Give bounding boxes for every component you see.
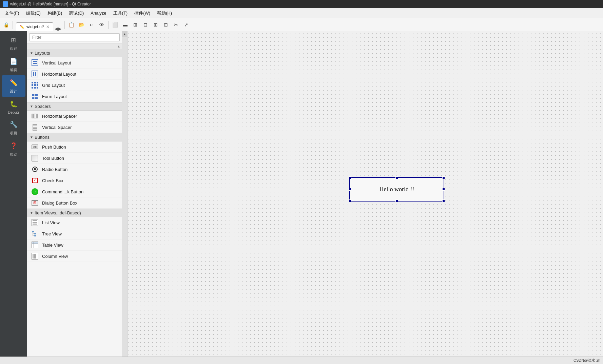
scroll-up-arrow[interactable]: ▲ [117, 44, 120, 48]
handle-middle-left[interactable] [349, 188, 351, 191]
form-back-btn[interactable]: ↩ [87, 20, 96, 30]
layouts-label: Layouts [35, 51, 50, 56]
canvas-area[interactable]: ▲ Hello world !! [122, 31, 603, 357]
tab-widget-ui[interactable]: ✏️ widget.ui* ✕ [16, 22, 53, 31]
bug-icon: 🐛 [9, 99, 18, 109]
lock-btn[interactable]: 🔒 [1, 20, 11, 30]
menu-help[interactable]: 帮助(H) [154, 9, 175, 18]
handle-bottom-center[interactable] [395, 199, 398, 202]
widget-tool-button[interactable]: Tool Button [27, 153, 122, 164]
table-view-label: Table View [42, 243, 63, 248]
sidebar-item-design[interactable]: ✏️ 设计 [2, 75, 25, 97]
menu-build[interactable]: 构建(B) [44, 9, 65, 18]
layout-grid-btn[interactable]: ⊞ [151, 20, 160, 30]
tab-arrows: ◀ ▶ [53, 26, 63, 31]
section-spacers[interactable]: ▼ Spacers [27, 102, 122, 111]
scroll-up-btn[interactable]: ▲ [122, 31, 128, 37]
item-views-arrow: ▼ [30, 211, 33, 215]
tab-arrow-left[interactable]: ◀ [55, 26, 58, 31]
handle-top-right[interactable] [442, 176, 445, 179]
form-new-btn[interactable]: 📋 [66, 20, 76, 30]
filter-input[interactable] [29, 33, 120, 41]
sidebar-item-project[interactable]: 🔧 项目 [2, 117, 25, 138]
form-layout-icon [31, 93, 39, 100]
handle-top-left[interactable] [349, 176, 351, 179]
widget-list-view[interactable]: List View [27, 217, 122, 228]
layout-hbreak-btn[interactable]: ⊞ [131, 20, 140, 30]
item-views-label: Item Views...del-Based) [35, 210, 81, 215]
horizontal-layout-label: Horizontal Layout [42, 72, 76, 77]
form-preview-btn[interactable]: 👁 [97, 20, 106, 30]
layout-break-btn[interactable]: ✂ [171, 20, 181, 30]
sidebar-item-welcome[interactable]: ⊞ 欢迎 [2, 33, 25, 54]
form-open-btn[interactable]: 📂 [77, 20, 86, 30]
horizontal-spacer-icon [31, 112, 39, 120]
widget-horizontal-spacer[interactable]: Horizontal Spacer [27, 111, 122, 122]
sidebar-item-help[interactable]: ❓ 帮助 [2, 138, 25, 160]
tree-view-svg [32, 230, 38, 237]
menu-analyze[interactable]: Analyze [87, 9, 110, 17]
handle-bottom-left[interactable] [349, 199, 351, 202]
status-text: CSDN@淡水 zh [573, 358, 600, 363]
title-bar: widget.ui @ HelloWorld [master] - Qt Cre… [0, 0, 603, 8]
widget-check-box[interactable]: Check Box [27, 175, 122, 186]
widget-form-layout[interactable]: Form Layout [27, 91, 122, 102]
handle-middle-right[interactable] [442, 188, 445, 191]
widget-radio-button[interactable]: Radio Button [27, 164, 122, 175]
design-label: 设计 [10, 89, 17, 94]
widget-dialog-button[interactable]: ✕ Dialog Button Box [27, 197, 122, 209]
menu-debug[interactable]: 调试(D) [65, 9, 87, 18]
welcome-label: 欢迎 [10, 46, 17, 51]
widget-grid-layout[interactable]: Grid Layout [27, 80, 122, 91]
adjust-size-btn[interactable]: ⤢ [181, 20, 191, 30]
sidebar-item-edit[interactable]: 📄 编辑 [2, 54, 25, 75]
menu-edit[interactable]: 编辑(E) [23, 9, 44, 18]
menu-tools[interactable]: 工具(T) [110, 9, 131, 18]
app-icon [3, 1, 8, 7]
table-view-icon [31, 241, 39, 249]
tab-close-btn[interactable]: ✕ [46, 24, 50, 29]
canvas-label-widget[interactable]: Hello world !! [349, 177, 444, 202]
tab-arrow-right[interactable]: ▶ [58, 26, 61, 31]
section-buttons[interactable]: ▼ Buttons [27, 133, 122, 141]
radio-button-icon [31, 166, 39, 173]
menu-bar: 文件(F) 编辑(E) 构建(B) 调试(D) Analyze 工具(T) 控件… [0, 8, 603, 18]
widget-vertical-spacer[interactable]: Vertical Spacer [27, 122, 122, 133]
widget-horizontal-layout[interactable]: Horizontal Layout [27, 69, 122, 80]
widget-push-button[interactable]: OK Push Button [27, 141, 122, 153]
layout-vertical-btn[interactable]: ⬜ [110, 20, 120, 30]
widget-table-view[interactable]: Table View [27, 240, 122, 251]
layout-vbreak-btn[interactable]: ⊟ [141, 20, 150, 30]
vertical-spacer-icon [31, 123, 39, 131]
spacers-label: Spacers [35, 104, 51, 109]
separator2 [64, 21, 65, 29]
project-label: 项目 [10, 131, 17, 136]
tab-label: widget.ui* [26, 24, 44, 29]
section-item-views[interactable]: ▼ Item Views...del-Based) [27, 209, 122, 217]
separator [13, 21, 13, 29]
widget-tree-view[interactable]: Tree View [27, 228, 122, 240]
widget-command-button[interactable]: Command ...k Button [27, 186, 122, 197]
widget-column-view[interactable]: Column View [27, 251, 122, 262]
menu-widgets[interactable]: 控件(W) [131, 9, 154, 18]
sidebar-item-debug[interactable]: 🐛 Debug [2, 97, 25, 117]
edit-label: 编辑 [10, 68, 17, 73]
layout-horizontal-btn[interactable]: ▬ [120, 20, 130, 30]
layout-form-btn[interactable]: ⊡ [161, 20, 171, 30]
tree-view-icon [31, 230, 39, 237]
canvas-scrollbar-left[interactable]: ▲ [122, 31, 128, 357]
column-view-label: Column View [42, 254, 68, 259]
list-view-icon [31, 219, 39, 226]
section-layouts[interactable]: ▼ Layouts [27, 49, 122, 57]
horizontal-spacer-label: Horizontal Spacer [42, 114, 77, 119]
menu-file[interactable]: 文件(F) [1, 9, 23, 18]
list-view-label: List View [42, 220, 60, 225]
column-view-icon [31, 252, 39, 260]
vertical-layout-icon [31, 59, 39, 66]
grid-icon: ⊞ [9, 35, 18, 45]
tab-edit-icon: ✏️ [20, 25, 24, 29]
handle-bottom-right[interactable] [442, 199, 445, 202]
command-button-label: Command ...k Button [42, 189, 83, 194]
widget-vertical-layout[interactable]: Vertical Layout [27, 57, 122, 69]
handle-top-center[interactable] [395, 176, 398, 179]
